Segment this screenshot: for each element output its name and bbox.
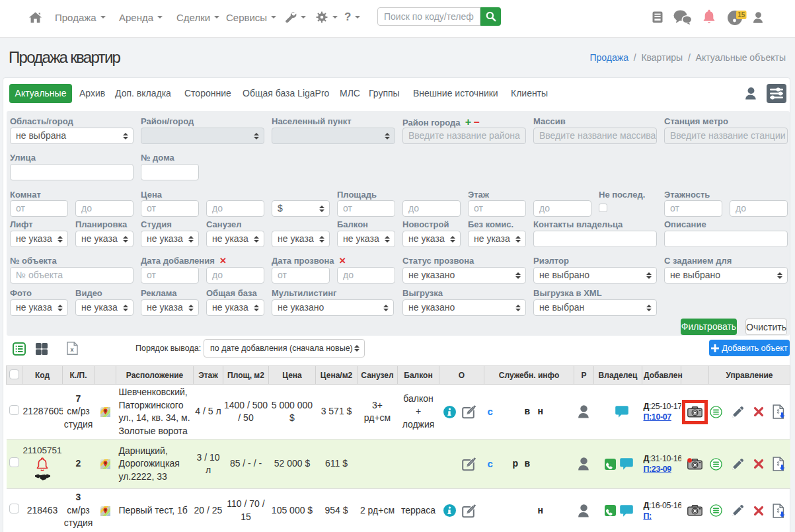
- svg-text:15: 15: [738, 11, 745, 19]
- svg-text:x: x: [70, 346, 73, 353]
